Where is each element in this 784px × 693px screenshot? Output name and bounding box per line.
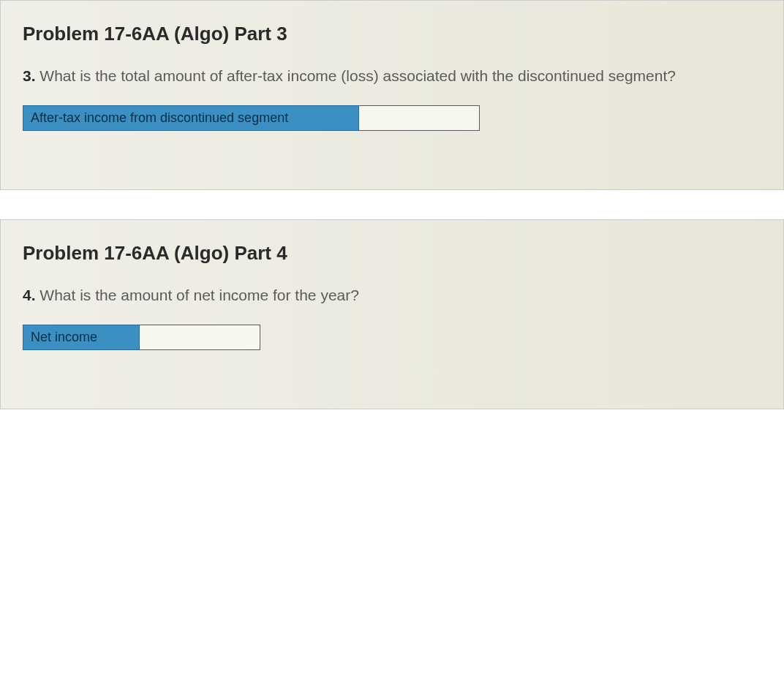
part3-question-text: What is the total amount of after-tax in… bbox=[36, 67, 676, 84]
panel-gap bbox=[0, 190, 784, 219]
problem-part-4: Problem 17-6AA (Algo) Part 4 4. What is … bbox=[0, 219, 784, 409]
part4-answer-row: Net income bbox=[23, 325, 761, 350]
part3-question: 3. What is the total amount of after-tax… bbox=[23, 67, 761, 85]
part3-input-cell bbox=[359, 105, 480, 131]
part4-question-text: What is the amount of net income for the… bbox=[36, 287, 359, 303]
part3-field-label: After-tax income from discontinued segme… bbox=[23, 105, 359, 131]
part3-question-number: 3. bbox=[23, 67, 36, 84]
part4-title: Problem 17-6AA (Algo) Part 4 bbox=[23, 242, 761, 265]
part3-answer-row: After-tax income from discontinued segme… bbox=[23, 105, 761, 131]
part4-question-number: 4. bbox=[23, 287, 36, 303]
after-tax-income-input[interactable] bbox=[361, 109, 478, 128]
part4-input-cell bbox=[140, 325, 260, 350]
problem-part-3: Problem 17-6AA (Algo) Part 3 3. What is … bbox=[0, 0, 784, 190]
part4-question: 4. What is the amount of net income for … bbox=[23, 287, 761, 304]
part4-field-label: Net income bbox=[23, 325, 140, 350]
net-income-input[interactable] bbox=[141, 328, 258, 347]
part3-title: Problem 17-6AA (Algo) Part 3 bbox=[23, 23, 761, 45]
